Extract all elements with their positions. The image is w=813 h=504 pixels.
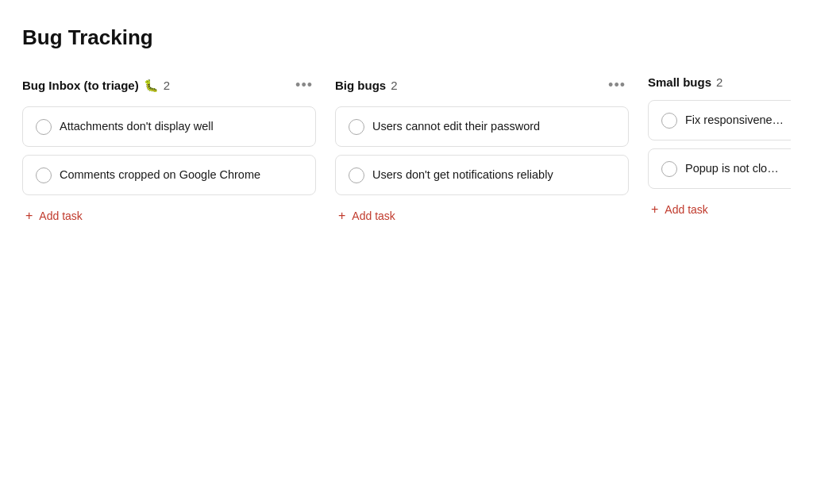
column-count-small-bugs: 2 (716, 75, 722, 89)
add-task-label-bug-inbox: Add task (39, 210, 82, 222)
column-title-bug-inbox: Bug Inbox (to triage) (22, 79, 139, 92)
task-text-t6: Popup is not clo… (685, 160, 779, 177)
column-title-big-bugs: Big bugs (335, 79, 386, 92)
column-header-left-small-bugs: Small bugs2 (648, 75, 722, 89)
add-task-icon-small-bugs: + (651, 203, 658, 216)
column-bug-inbox: Bug Inbox (to triage)🐛2•••Attachments do… (22, 75, 316, 229)
add-task-icon-big-bugs: + (338, 210, 345, 222)
add-task-button-big-bugs[interactable]: +Add task (335, 203, 399, 229)
task-card-t1[interactable]: Attachments don't display well (22, 106, 316, 147)
page-title: Bug Tracking (22, 25, 791, 50)
column-title-small-bugs: Small bugs (648, 75, 711, 89)
task-card-t5[interactable]: Fix responsivene… (648, 100, 791, 140)
task-text-t2: Comments cropped on Google Chrome (60, 167, 260, 183)
column-header-left-bug-inbox: Bug Inbox (to triage)🐛2 (22, 79, 170, 93)
column-header-big-bugs: Big bugs2••• (335, 75, 629, 95)
task-checkbox-t6[interactable] (661, 161, 677, 177)
task-checkbox-t3[interactable] (349, 119, 364, 135)
task-text-t5: Fix responsivene… (685, 112, 784, 129)
page-container: Bug Tracking Bug Inbox (to triage)🐛2•••A… (0, 0, 813, 254)
task-checkbox-t2[interactable] (36, 167, 52, 183)
column-header-bug-inbox: Bug Inbox (to triage)🐛2••• (22, 75, 316, 95)
add-task-label-big-bugs: Add task (352, 210, 395, 222)
task-card-t2[interactable]: Comments cropped on Google Chrome (22, 155, 316, 195)
task-checkbox-t5[interactable] (661, 113, 677, 129)
add-task-icon-bug-inbox: + (25, 210, 33, 222)
task-checkbox-t1[interactable] (36, 119, 52, 135)
column-menu-bug-inbox[interactable]: ••• (292, 75, 316, 95)
add-task-button-small-bugs[interactable]: +Add task (648, 197, 711, 222)
task-text-t1: Attachments don't display well (60, 118, 214, 135)
column-header-small-bugs: Small bugs2 (648, 75, 791, 89)
add-task-label-small-bugs: Add task (665, 203, 707, 216)
column-count-bug-inbox: 2 (164, 79, 170, 92)
column-emoji-bug-inbox: 🐛 (144, 79, 159, 93)
column-small-bugs: Small bugs2Fix responsivene…Popup is not… (648, 75, 791, 222)
column-header-left-big-bugs: Big bugs2 (335, 79, 398, 92)
task-card-t4[interactable]: Users don't get notifications reliably (335, 155, 629, 195)
board-columns: Bug Inbox (to triage)🐛2•••Attachments do… (22, 75, 791, 229)
task-card-t6[interactable]: Popup is not clo… (648, 148, 791, 189)
add-task-button-bug-inbox[interactable]: +Add task (22, 203, 86, 229)
column-big-bugs: Big bugs2•••Users cannot edit their pass… (335, 75, 629, 229)
task-checkbox-t4[interactable] (349, 167, 364, 183)
task-text-t4: Users don't get notifications reliably (372, 167, 553, 183)
column-count-big-bugs: 2 (391, 79, 397, 92)
task-text-t3: Users cannot edit their password (372, 118, 540, 135)
task-card-t3[interactable]: Users cannot edit their password (335, 106, 629, 147)
column-menu-big-bugs[interactable]: ••• (605, 75, 629, 95)
